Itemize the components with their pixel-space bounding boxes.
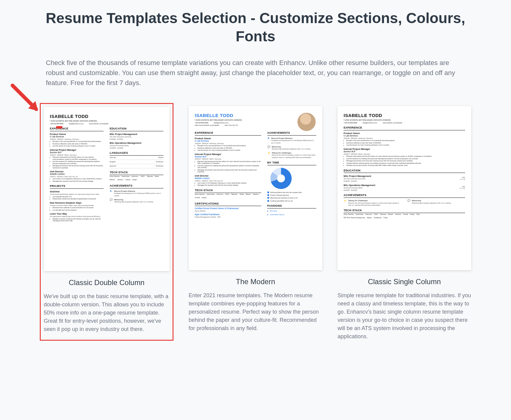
resume-meta: +359 88 888 8888 help@enhancv.com www.li… — [344, 122, 465, 124]
section-certifications: CERTIFICATIONS — [195, 202, 261, 206]
bullet: Planned, beta-tested and led the rollout… — [53, 156, 104, 160]
bullet: Led the launch of a new invoicing softwa… — [197, 149, 261, 151]
section-mytime: MY TIME — [267, 161, 317, 165]
bullet: Planned, beta-tested and led the rollout… — [346, 155, 465, 157]
template-desc: Simple resume template for traditional i… — [338, 291, 471, 341]
job-meta: 10/2014 - 08/2018 • Berlin, Germany — [344, 153, 465, 155]
avatar — [297, 113, 316, 131]
bullet: Led a team of 10 engineers working on a … — [197, 182, 261, 184]
lang-level: Proficient — [156, 165, 163, 167]
job-title: Unit Director — [195, 174, 261, 177]
job-title: Internal Project Manager — [344, 148, 465, 150]
edu-title: MSc Project Management — [110, 133, 163, 136]
section-techstack: TECH STACK — [195, 189, 261, 193]
bullet: Speaker at events showing how Kanban pri… — [53, 218, 104, 222]
edu-meta: 01/2005 - 01/2008 — [110, 147, 163, 149]
achv-desc: Moved to the USA and headed a project no… — [348, 202, 399, 206]
edu-meta: 01/2008 - 01/2010 — [344, 180, 371, 182]
cert-sub: Scrum Alliance — [195, 210, 261, 212]
lang-level: Proficient — [156, 161, 163, 163]
job-title: Product Owner — [344, 132, 465, 135]
bullet: Managed the research and built the new p… — [53, 180, 104, 182]
section-projects: PROJECTS — [50, 184, 104, 189]
email: help@enhancv.com — [363, 122, 377, 124]
link: https://www.linkedin.com/isabelle — [195, 124, 219, 126]
achv-title: Record Project Delivery — [271, 137, 316, 139]
bullet: Decisions affected a total user base of … — [346, 142, 465, 144]
bullet: Led the launch of a new invoicing softwa… — [53, 145, 104, 147]
achv-desc: Reaching high employee happiness with 1-… — [272, 148, 311, 150]
template-card-classic-double[interactable]: ISABELLE TODD I solve problems and help … — [40, 103, 173, 341]
legend-item: Product roadmap planning — [267, 194, 317, 196]
project-desc: A series of events where shelter dogs me… — [50, 205, 104, 206]
email: help@enhancv.com — [214, 122, 228, 124]
tech-tags: Zoho SprintsUserVoiceIntercom VWOTaboola… — [110, 175, 163, 182]
gpa-value: 4.7 / 10 — [460, 178, 465, 180]
bullet: Directed new product launch, boosting sa… — [346, 164, 465, 166]
annotation-dash — [56, 126, 62, 129]
cert-sub: Project Management Institute - PMI — [195, 216, 261, 218]
chat-icon: 💬 — [110, 198, 113, 201]
template-thumb: ISABELLE TODD I solve problems and help … — [189, 106, 322, 270]
bullet: Led the research for building the person… — [197, 165, 261, 169]
job-meta: 10/2014 - 08/2018 • Berlin, Germany — [195, 158, 261, 160]
achv-desc: Facilitated the development of a full-fe… — [114, 192, 160, 197]
intro-text: Check five of the thousands of resume te… — [34, 58, 477, 88]
bullet: Decisions affected a total user base of … — [197, 147, 261, 149]
company: C Lab Services — [195, 140, 261, 142]
bullet: Brought in the user perspective to 4 suc… — [346, 139, 465, 141]
templates-row: ISABELLE TODD I solve problems and help … — [0, 106, 511, 341]
lang: German — [110, 157, 116, 159]
edu-title: BSc Operations Management — [344, 184, 375, 187]
achv-desc: Reaching high employee happiness with 1-… — [114, 201, 153, 203]
project-title: Get2Vote — [50, 190, 104, 193]
flag-icon: ⚑ — [110, 190, 112, 193]
chat-icon: 💬 — [267, 146, 270, 149]
company: Sunrise HLP — [50, 151, 104, 154]
edu-title: MSc Project Management — [344, 175, 371, 177]
company: Ablalife Limited — [50, 173, 104, 175]
bolt-icon: ⚡ — [267, 152, 270, 155]
achv-desc: Facilitated the development of a full-fe… — [271, 139, 314, 144]
bullet: Brought in the user perspective to 4 suc… — [53, 140, 104, 142]
job-title: Product Owner — [195, 137, 261, 140]
flag-icon: ⚑ — [267, 137, 270, 140]
cert-title: Certified Scrum Product Owner & Professi… — [195, 207, 261, 210]
page-title: Resume Templates Selection - Customize S… — [0, 9, 511, 46]
phone: +359 88 888 8888 — [50, 123, 63, 125]
email: help@enhancv.com — [69, 123, 84, 125]
section-passions: PASSIONS — [267, 204, 317, 208]
template-name: The Modern — [189, 277, 322, 286]
resume-tagline: I solve problems and help people overcom… — [50, 120, 163, 122]
section-experience: EXPERIENCE — [344, 126, 465, 130]
project-desc: An organization helping high-school stud… — [50, 215, 104, 217]
company: C Lab Services — [50, 136, 104, 138]
section-languages: LANGUAGES — [110, 151, 163, 156]
edu-school: Van Hall Larenstein University — [110, 136, 163, 138]
achv-title: Mentoring — [412, 199, 451, 201]
template-name: Classic Double Column — [44, 278, 170, 287]
section-achievements: ACHIEVEMENTS — [267, 131, 317, 136]
lang: English — [110, 161, 116, 163]
template-card-classic-single[interactable]: ISABELLE TODD I solve problems and help … — [338, 106, 471, 341]
job-title: Unit Director — [50, 170, 104, 173]
section-achievements: ACHIEVEMENTS — [344, 194, 465, 198]
bullet: Managed the research and built the new p… — [197, 184, 261, 186]
bullet: Managed recruitment and resources traini… — [53, 165, 104, 169]
bullet: On-site help and communications — [53, 209, 104, 211]
section-education: EDUCATION — [344, 169, 465, 173]
bullet: Managed recruitment and resources traini… — [197, 169, 261, 173]
template-card-modern[interactable]: ISABELLE TODD I solve problems and help … — [189, 106, 322, 341]
achv-desc: Reaching high employee happiness with 1-… — [412, 202, 451, 204]
cert-title: Agile Certified Practitioner — [195, 213, 261, 216]
passion-item: Adrenaline Sports — [267, 214, 317, 216]
edu-school: Van Hall Larenstein University — [344, 178, 371, 180]
achv-title: Mentoring — [272, 146, 311, 148]
section-education: EDUCATION — [110, 127, 163, 131]
job-meta: 10/2018 - 08/2019 • Hamburg, Germany — [50, 138, 104, 140]
template-thumb: ISABELLE TODD I solve problems and help … — [338, 106, 471, 270]
job-title: Internal Project Manager — [195, 153, 261, 156]
job-title: Product Owner — [50, 133, 104, 136]
achv-desc: Moved to the USA and headed a project no… — [272, 154, 316, 158]
project-title: Learn Your Way — [50, 212, 104, 215]
